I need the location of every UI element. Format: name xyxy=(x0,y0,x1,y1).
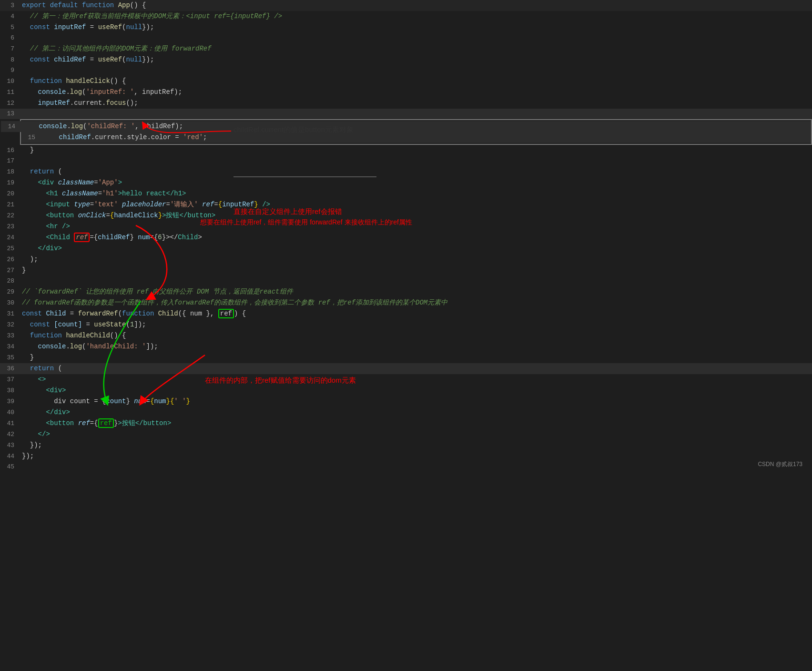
line-number: 13 xyxy=(0,109,20,119)
line-number: 29 xyxy=(0,287,20,297)
code-container: 3export default function App() {4 // 第一：… xyxy=(0,0,812,472)
line-code: console.log('childRef: ', childRef); xyxy=(21,121,811,132)
code-line: 31const Child = forwardRef(function Chil… xyxy=(0,308,812,319)
code-line: 43 }); xyxy=(0,440,812,451)
code-line: 10 function handleClick() { xyxy=(0,76,812,87)
footer: CSDN @贰叔173 xyxy=(758,460,802,468)
line-code: function handleChild() { xyxy=(20,330,812,341)
line-code: <div> xyxy=(20,385,812,396)
line-number: 30 xyxy=(0,298,20,308)
code-line: 32 const [count] = useState(1]); xyxy=(0,319,812,330)
code-line: 26 ); xyxy=(0,254,812,265)
line-number: 44 xyxy=(0,451,20,462)
code-line: 44}); xyxy=(0,451,812,462)
code-line: 6 xyxy=(0,33,812,43)
code-line: 30// forwardRef函数的参数是一个函数组件，传入forwardRef… xyxy=(0,297,812,308)
line-code: </> xyxy=(20,429,812,439)
code-line: 19 <div className='App'> xyxy=(0,177,812,188)
line-number: 19 xyxy=(0,178,20,188)
line-code: const Child = forwardRef(function Child(… xyxy=(20,308,812,319)
line-number: 20 xyxy=(0,189,20,199)
line-number: 15 xyxy=(21,132,41,143)
code-line: 16 } xyxy=(0,145,812,156)
line-number: 12 xyxy=(0,98,20,109)
line-number: 41 xyxy=(0,418,20,429)
code-line: 25 </div> xyxy=(0,243,812,254)
line-code: }); xyxy=(20,451,812,461)
line-number: 45 xyxy=(0,462,20,472)
line-code: return ( xyxy=(20,166,812,177)
code-line: 45 xyxy=(0,462,812,472)
line-code: <> xyxy=(20,374,812,385)
code-line: 40 </div> xyxy=(0,407,812,418)
line-number: 6 xyxy=(0,33,20,43)
code-line: 4 // 第一：使用ref获取当前组件模板中的DOM元素：<input ref=… xyxy=(0,11,812,22)
code-line: 29// `forwardRef` 让您的组件使用 ref 向父组件公开 DOM… xyxy=(0,286,812,297)
highlight-box: 14 console.log('childRef: ', childRef);1… xyxy=(20,119,812,145)
line-code: // forwardRef函数的参数是一个函数组件，传入forwardRef的函… xyxy=(20,297,812,308)
code-line: 27} xyxy=(0,265,812,276)
code-line: 39 div count = {count} num={num}{' '} xyxy=(0,396,812,407)
code-line: 3export default function App() { xyxy=(0,0,812,11)
line-code: } xyxy=(20,265,812,275)
line-number: 42 xyxy=(0,429,20,440)
line-number: 40 xyxy=(0,407,20,418)
line-code: <button onClick={handleClick}>按钮</button… xyxy=(20,210,812,221)
line-number: 37 xyxy=(0,375,20,385)
line-code: </div> xyxy=(20,243,812,254)
line-number: 18 xyxy=(0,167,20,177)
line-number: 27 xyxy=(0,265,20,276)
code-line: 12 inputRef.current.focus(); xyxy=(0,98,812,109)
line-code: function handleClick() { xyxy=(20,76,812,86)
line-code: return ( xyxy=(20,363,812,374)
line-number: 3 xyxy=(0,0,20,11)
code-line: 35 } xyxy=(0,352,812,363)
line-code: childRef.current.style.color = 'red'; xyxy=(41,132,811,142)
code-line: 24 <Child ref={childRef} num={6}></Child… xyxy=(0,232,812,243)
code-line: 36 return ( xyxy=(0,363,812,374)
line-code: const [count] = useState(1]); xyxy=(20,319,812,330)
line-number: 32 xyxy=(0,320,20,330)
line-number: 8 xyxy=(0,55,20,65)
code-line: 18 return ( xyxy=(0,166,812,177)
line-code: // `forwardRef` 让您的组件使用 ref 向父组件公开 DOM 节… xyxy=(20,286,812,297)
line-number: 24 xyxy=(0,233,20,243)
line-code: <Child ref={childRef} num={6}></Child> xyxy=(20,232,812,243)
line-code: <input type='text' placeholder='请输入' ref… xyxy=(20,199,812,210)
line-number: 7 xyxy=(0,44,20,54)
line-code: console.log('inputRef: ', inputRef); xyxy=(20,87,812,97)
line-code: <button ref={ref}>按钮</button> xyxy=(20,418,812,428)
code-line: 5 const inputRef = useRef(null}); xyxy=(0,22,812,33)
line-number: 26 xyxy=(0,254,20,265)
line-number: 33 xyxy=(0,331,20,341)
line-code: console.log('handleChild: ']); xyxy=(20,341,812,352)
line-number: 10 xyxy=(0,76,20,87)
line-code: <div className='App'> xyxy=(20,177,812,188)
code-line: 21 <input type='text' placeholder='请输入' … xyxy=(0,199,812,210)
code-line: 7 // 第二：访问其他组件内部的DOM元素：使用 forwardRef xyxy=(0,43,812,54)
line-code: </div> xyxy=(20,407,812,417)
code-line: 23 <hr /> xyxy=(0,221,812,232)
line-code: // 第二：访问其他组件内部的DOM元素：使用 forwardRef xyxy=(20,43,812,54)
line-number: 22 xyxy=(0,211,20,221)
code-line: 17 xyxy=(0,156,812,166)
line-number: 36 xyxy=(0,364,20,374)
line-number: 38 xyxy=(0,386,20,396)
line-number: 31 xyxy=(0,309,20,319)
code-line: 28 xyxy=(0,276,812,286)
line-number: 5 xyxy=(0,22,20,33)
code-line: 33 function handleChild() { xyxy=(0,330,812,341)
line-code: export default function App() { xyxy=(20,0,812,10)
code-line: 15 childRef.current.style.color = 'red'; xyxy=(21,132,811,143)
code-line: 8 const childRef = useRef(null}); xyxy=(0,54,812,65)
line-number: 39 xyxy=(0,396,20,407)
line-number: 21 xyxy=(0,200,20,210)
line-number: 14 xyxy=(1,122,21,132)
code-line: 38 <div> xyxy=(0,385,812,396)
line-number: 9 xyxy=(0,65,20,76)
code-line: 9 xyxy=(0,65,812,76)
code-line: 14 console.log('childRef: ', childRef); xyxy=(1,121,811,132)
line-code: const childRef = useRef(null}); xyxy=(20,54,812,65)
line-code: }); xyxy=(20,440,812,450)
line-number: 25 xyxy=(0,244,20,254)
